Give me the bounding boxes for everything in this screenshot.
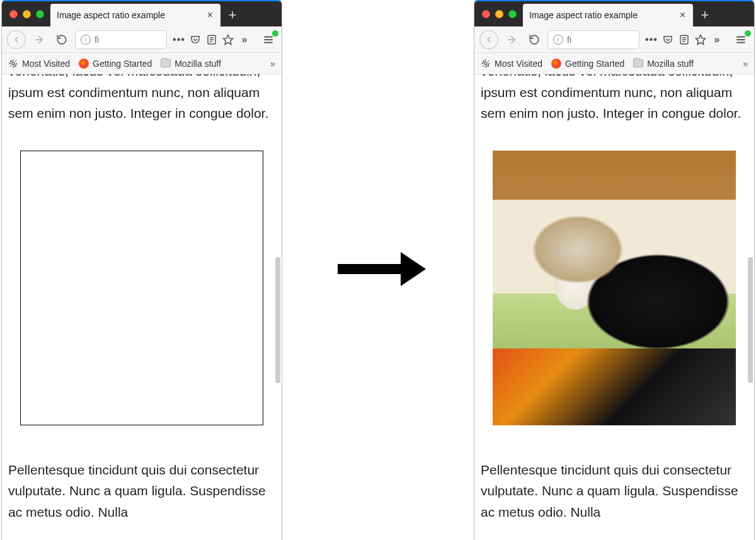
zoom-window-button[interactable] [508,10,517,18]
page-actions-menu-icon[interactable]: ••• [173,34,185,45]
tab-strip: Image aspect ratio example × + [2,1,282,26]
app-menu-button[interactable] [733,32,749,48]
browser-window-before: Image aspect ratio example × + i fi ••• [1,0,282,540]
forward-button[interactable] [502,30,521,49]
url-bar[interactable]: i fi [75,30,167,49]
zoom-window-button[interactable] [36,10,44,18]
minimize-window-button[interactable] [495,10,503,18]
content-image [493,151,736,425]
svg-marker-5 [224,35,233,44]
bookmark-label: Getting Started [565,59,624,69]
bookmark-star-icon[interactable] [222,34,234,45]
page-actions-menu-icon[interactable]: ••• [646,34,657,45]
svg-marker-15 [696,35,706,44]
page-content: venenatis, lacus vel malesuada sollicitu… [474,74,754,540]
tab-close-button[interactable]: × [679,9,687,21]
tab-title: Image aspect ratio example [529,10,672,20]
bookmark-getting-started[interactable]: Getting Started [551,59,624,69]
bookmark-getting-started[interactable]: Getting Started [79,59,152,69]
new-tab-button[interactable]: + [220,4,244,26]
vertical-scrollbar[interactable] [275,257,280,383]
bookmark-star-icon[interactable] [695,34,706,45]
minimize-window-button[interactable] [23,10,31,18]
bookmark-label: Mozilla stuff [175,59,221,69]
bookmark-label: Getting Started [93,59,152,69]
bookmark-most-visited[interactable]: Most Visited [8,59,70,69]
page-actions: ••• » [171,34,253,45]
toolbar-overflow-icon[interactable]: » [711,34,723,45]
browser-tab[interactable]: Image aspect ratio example × [50,4,220,26]
new-tab-button[interactable]: + [693,4,717,26]
url-text: fi [567,35,634,45]
tab-close-button[interactable]: × [206,9,214,21]
update-badge-icon [272,30,279,37]
window-controls [478,1,523,26]
bookmark-mozilla-stuff[interactable]: Mozilla stuff [633,59,694,69]
page-actions: ••• » [643,34,725,45]
bookmarks-toolbar: Most Visited Getting Started Mozilla stu… [2,53,282,74]
bookmarks-overflow-icon[interactable]: » [270,59,275,69]
bookmark-label: Most Visited [22,59,70,69]
page-content: venenatis, lacus vel malesuada sollicitu… [2,74,282,540]
url-bar[interactable]: i fi [547,30,639,49]
firefox-icon [551,59,561,69]
browser-window-after: Image aspect ratio example × + i fi ••• [474,0,755,540]
folder-icon [161,59,171,67]
reload-button[interactable] [525,30,544,49]
back-button[interactable] [7,30,26,49]
reader-mode-icon[interactable] [206,34,217,45]
firefox-icon [79,59,89,69]
forward-button[interactable] [30,30,49,49]
browser-tab[interactable]: Image aspect ratio example × [523,4,693,26]
folder-icon [633,59,643,67]
bookmark-label: Mozilla stuff [647,59,694,69]
vertical-scrollbar[interactable] [748,257,753,383]
nav-toolbar: i fi ••• » [2,26,282,53]
paragraph: Pellentesque tincidunt quis dui consecte… [481,459,748,523]
site-info-icon[interactable]: i [81,35,91,45]
svg-point-9 [12,62,14,65]
app-menu-button[interactable] [260,32,277,48]
bookmarks-overflow-icon[interactable]: » [743,59,748,69]
close-window-button[interactable] [9,10,18,18]
toolbar-overflow-icon[interactable]: » [239,34,250,45]
arrow-right-icon [338,252,426,286]
paragraph: venenatis, lacus vel malesuada sollicitu… [8,74,275,124]
url-text: fi [94,35,161,45]
pocket-icon[interactable] [662,34,673,45]
svg-point-19 [484,62,487,65]
pocket-icon[interactable] [190,34,201,45]
tab-strip: Image aspect ratio example × + [474,1,754,26]
reader-mode-icon[interactable] [679,34,690,45]
bookmark-label: Most Visited [495,59,542,69]
image-placeholder [20,151,263,425]
close-window-button[interactable] [482,10,490,18]
paragraph: venenatis, lacus vel malesuada sollicitu… [481,74,748,124]
paragraph: Pellentesque tincidunt quis dui consecte… [8,459,275,523]
bookmark-most-visited[interactable]: Most Visited [481,59,542,69]
nav-toolbar: i fi ••• » [474,26,754,53]
update-badge-icon [744,30,752,37]
bookmark-mozilla-stuff[interactable]: Mozilla stuff [161,59,221,69]
reload-button[interactable] [52,30,71,49]
tab-title: Image aspect ratio example [57,10,200,20]
window-controls [6,1,50,26]
back-button[interactable] [479,30,498,49]
bookmarks-toolbar: Most Visited Getting Started Mozilla stu… [474,53,754,74]
site-info-icon[interactable]: i [553,35,563,45]
